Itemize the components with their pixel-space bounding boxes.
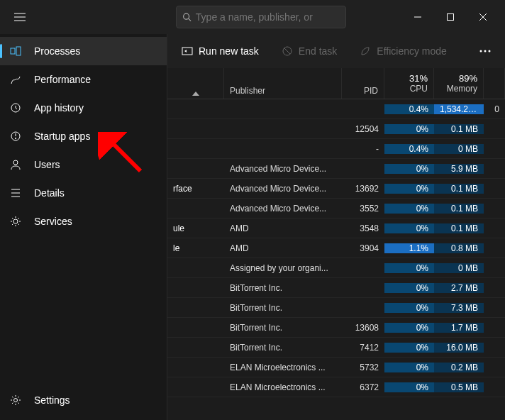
sidebar-item-label: Settings (34, 394, 70, 406)
hamburger-button[interactable] (6, 3, 34, 31)
column-publisher[interactable]: Publisher (224, 68, 342, 99)
search-input[interactable] (196, 11, 340, 23)
cell-publisher: AMD (224, 223, 342, 233)
table-row[interactable]: BitTorrent Inc.74120%16.0 MB (167, 338, 505, 358)
svg-rect-1 (448, 14, 454, 21)
table-header: Publisher PID 31%CPU 89%Memory (167, 68, 505, 99)
svg-rect-10 (182, 48, 192, 55)
column-cpu[interactable]: 31%CPU (384, 68, 434, 99)
cell-name: ule (167, 223, 224, 233)
column-network[interactable] (484, 68, 505, 99)
cell-memory: 7.3 MB (434, 303, 484, 313)
svg-rect-3 (16, 47, 21, 55)
details-icon (9, 186, 23, 200)
cell-cpu: 0.4% (384, 144, 434, 154)
table-row[interactable]: BitTorrent Inc.0%7.3 MB (167, 298, 505, 318)
cell-publisher: BitTorrent Inc. (224, 323, 342, 333)
cell-name: rface (167, 184, 224, 194)
cell-memory: 5.9 MB (434, 164, 484, 174)
table-row[interactable]: uleAMD35480%0.1 MB (167, 219, 505, 238)
gear-icon (9, 393, 23, 407)
users-icon (9, 158, 23, 172)
table-row[interactable]: rfaceAdvanced Micro Device...136920%0.1 … (167, 179, 505, 199)
process-table: Publisher PID 31%CPU 89%Memory 0.4%1,534… (167, 68, 505, 420)
table-row[interactable]: ELAN Microelectronics ...63720%0.5 MB (167, 377, 505, 397)
table-row[interactable]: Assigned by your organi...0%0 MB (167, 258, 505, 278)
sidebar-item-label: Processes (34, 45, 80, 57)
sidebar-item-details[interactable]: Details (0, 179, 167, 207)
cell-memory: 0.5 MB (434, 382, 484, 392)
cell-cpu: 0% (384, 184, 434, 194)
search-box[interactable] (176, 6, 346, 28)
sort-asc-icon (192, 92, 199, 96)
cell-pid: 13692 (342, 184, 384, 194)
end-task-button[interactable]: End task (276, 41, 343, 61)
column-name[interactable] (167, 68, 224, 99)
sidebar-item-app-history[interactable]: App history (0, 94, 167, 122)
maximize-button[interactable] (434, 6, 467, 28)
sidebar-item-label: Startup apps (34, 131, 90, 142)
startup-icon (9, 129, 23, 143)
minimize-button[interactable] (401, 6, 434, 28)
processes-icon (9, 44, 23, 58)
end-task-icon (282, 45, 293, 57)
svg-point-7 (13, 160, 18, 165)
cell-cpu: 0% (384, 263, 434, 273)
cell-pid: 12504 (342, 124, 384, 134)
sidebar-item-users[interactable]: Users (0, 150, 167, 179)
cell-cpu: 0% (384, 303, 434, 313)
sidebar-item-label: Services (34, 216, 72, 227)
cell-memory: 1.7 MB (434, 323, 484, 333)
sidebar-item-settings[interactable]: Settings (0, 386, 167, 414)
history-icon (9, 101, 23, 115)
table-row[interactable]: 125040%0.1 MB (167, 119, 505, 139)
cell-network: 0 (484, 104, 505, 114)
cell-memory: 2.7 MB (434, 283, 484, 293)
column-pid[interactable]: PID (342, 68, 384, 99)
cell-cpu: 0% (384, 223, 434, 233)
table-row[interactable]: Advanced Micro Device...0%5.9 MB (167, 159, 505, 179)
sidebar-item-label: Users (34, 159, 60, 170)
cell-pid: 6372 (342, 382, 384, 392)
svg-rect-2 (11, 48, 15, 54)
efficiency-mode-button[interactable]: Efficiency mode (354, 41, 453, 61)
close-button[interactable] (467, 6, 499, 28)
cell-publisher: ELAN Microelectronics ... (224, 382, 342, 392)
sidebar-item-performance[interactable]: Performance (0, 65, 167, 94)
cell-cpu: 1.1% (384, 243, 434, 253)
cell-pid: 3552 (342, 204, 384, 214)
cell-cpu: 0% (384, 343, 434, 353)
cell-publisher: Assigned by your organi... (224, 263, 342, 273)
cell-memory: 0.1 MB (434, 124, 484, 134)
sidebar-item-startup-apps[interactable]: Startup apps (0, 122, 167, 150)
column-memory[interactable]: 89%Memory (434, 68, 484, 99)
more-button[interactable] (474, 45, 496, 57)
table-row[interactable]: Advanced Micro Device...35520%0.1 MB (167, 199, 505, 219)
cell-pid: 7412 (342, 343, 384, 353)
performance-icon (9, 72, 23, 87)
cell-pid: 3904 (342, 243, 384, 253)
table-row[interactable]: BitTorrent Inc.0%2.7 MB (167, 278, 505, 298)
cell-memory: 0.2 MB (434, 363, 484, 372)
leaf-icon (360, 45, 371, 57)
cell-publisher: Advanced Micro Device... (224, 164, 342, 174)
table-row[interactable]: 0.4%1,534.2 MB0 (167, 99, 505, 119)
svg-point-14 (489, 50, 491, 52)
sidebar-item-label: App history (34, 102, 84, 114)
svg-point-8 (13, 219, 18, 223)
svg-point-13 (484, 50, 487, 52)
cell-cpu: 0% (384, 323, 434, 333)
run-new-task-button[interactable]: Run new task (176, 41, 265, 61)
svg-point-9 (14, 399, 18, 402)
table-row[interactable]: leAMD39041.1%0.8 MB (167, 238, 505, 258)
sidebar-item-processes[interactable]: Processes (0, 37, 167, 65)
table-row[interactable]: ELAN Microelectronics ...57320%0.2 MB (167, 358, 505, 377)
run-icon (182, 45, 193, 57)
table-row[interactable]: BitTorrent Inc.136080%1.7 MB (167, 318, 505, 338)
cell-publisher: ELAN Microelectronics ... (224, 363, 342, 372)
table-row[interactable]: -0.4%0 MB (167, 139, 505, 159)
sidebar: Processes Performance App history Startu… (0, 34, 167, 420)
cell-cpu: 0% (384, 363, 434, 372)
sidebar-item-services[interactable]: Services (0, 207, 167, 236)
cell-pid: - (342, 144, 384, 154)
